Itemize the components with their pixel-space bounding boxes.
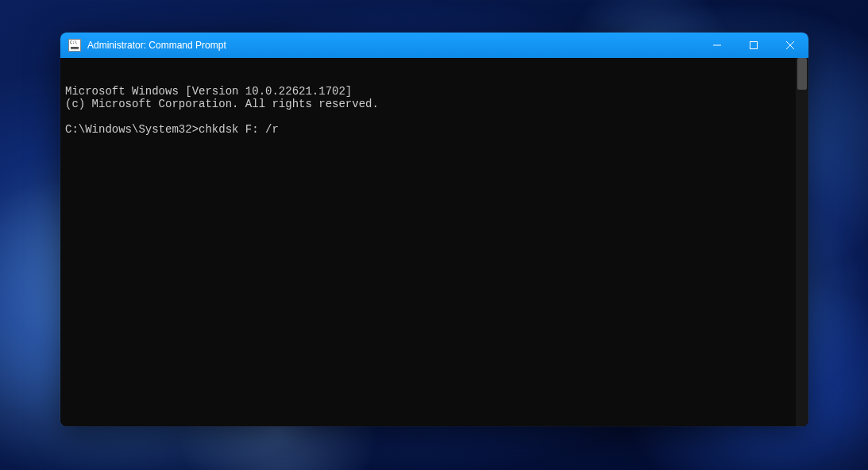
window-controls (699, 33, 808, 58)
scrollbar-thumb[interactable] (797, 58, 807, 90)
terminal-content: Microsoft Windows [Version 10.0.22621.17… (65, 85, 804, 136)
close-icon (786, 41, 794, 49)
minimize-icon (713, 41, 721, 49)
terminal-command-input[interactable]: chkdsk F: /r (199, 123, 279, 136)
command-prompt-window: Administrator: Command Prompt Microsoft … (60, 33, 808, 426)
window-titlebar[interactable]: Administrator: Command Prompt (60, 33, 808, 58)
terminal-prompt: C:\Windows\System32> (65, 123, 199, 136)
terminal-line-copyright: (c) Microsoft Corporation. All rights re… (65, 98, 379, 110)
cmd-icon (68, 39, 81, 52)
maximize-button[interactable] (735, 33, 772, 58)
terminal-line-version: Microsoft Windows [Version 10.0.22621.17… (65, 85, 352, 98)
window-title: Administrator: Command Prompt (87, 40, 699, 51)
vertical-scrollbar[interactable] (796, 58, 808, 426)
svg-rect-1 (750, 42, 758, 49)
close-button[interactable] (772, 33, 808, 58)
minimize-button[interactable] (699, 33, 735, 58)
terminal-output-area[interactable]: Microsoft Windows [Version 10.0.22621.17… (60, 58, 808, 426)
text-cursor (279, 125, 285, 136)
maximize-icon (750, 41, 758, 49)
